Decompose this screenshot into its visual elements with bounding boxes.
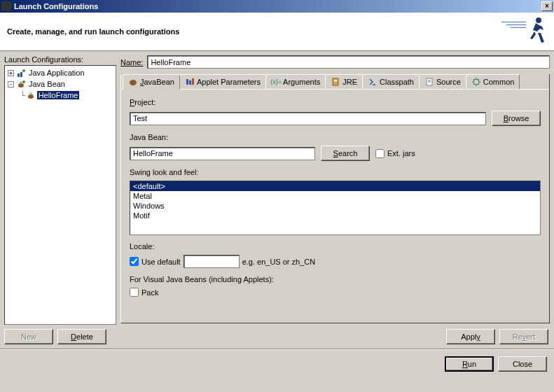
java-bean-icon [26,90,36,100]
svg-point-0 [536,18,541,23]
tab-classpath[interactable]: Classpath [362,74,420,89]
java-app-icon [16,68,26,78]
svg-rect-8 [186,79,188,85]
tree-item-java-app[interactable]: + Java Application [6,67,114,78]
tabs: JavaBean Applet Parameters (x)= Argument… [121,74,549,89]
svg-point-7 [130,80,137,85]
locale-hint: e.g. en_US or zh_CN [242,258,316,266]
svg-rect-1 [18,74,20,77]
banner: Create, manage, and run launch configura… [0,13,554,51]
pack-label: Pack [141,288,158,297]
locale-input[interactable] [183,255,240,268]
svg-point-5 [22,80,25,83]
tree-item-label: HelloFrame [37,91,80,99]
collapse-icon[interactable]: - [8,81,14,88]
use-default-label: Use default [141,258,181,266]
browse-button[interactable]: Browse [492,111,541,126]
tab-label: Applet Parameters [197,78,261,86]
svg-point-6 [28,94,34,99]
source-icon [424,77,434,87]
svg-rect-11 [333,78,338,85]
titlebar: Launch Configurations × [0,0,554,13]
args-icon: (x)= [271,77,281,87]
tree-label: Launch Configurations: [4,55,116,64]
bean-icon [128,77,138,87]
locale-label: Locale: [130,242,541,251]
expand-icon[interactable]: + [8,70,14,76]
ext-jars-checkbox[interactable] [375,149,385,158]
tab-panel: Project: Browse Java Bean: Search Ext. j… [121,89,549,323]
window-title: Launch Configurations [14,2,541,10]
tab-label: Source [436,78,461,86]
tab-applet[interactable]: Applet Parameters [179,74,266,89]
project-label: Project: [130,98,541,106]
config-tree[interactable]: + Java Application - Java Bean └ HelloFr… [4,65,116,325]
jre-icon [331,77,340,87]
tab-common[interactable]: Common [466,74,520,89]
tree-item-hello-frame[interactable]: └ HelloFrame [6,90,114,101]
list-item[interactable]: Metal [130,191,540,201]
list-item[interactable]: Windows [130,201,540,211]
common-icon [471,77,481,87]
params-icon [185,77,195,87]
tab-source[interactable]: Source [419,74,466,89]
tab-label: Classpath [380,78,414,86]
name-label: Name: [120,58,143,66]
use-default-checkbox[interactable] [130,257,139,266]
run-button[interactable]: Run [445,356,494,372]
tab-label: JavaBean [140,78,174,86]
banner-text: Create, manage, and run launch configura… [7,27,513,36]
java-bean-icon [16,79,26,89]
app-icon [1,1,11,11]
swing-label: Swing look and feel: [130,168,541,176]
tree-item-label: Java Bean [27,80,67,88]
svg-rect-12 [334,80,337,81]
tab-javabean[interactable]: JavaBean [123,74,180,90]
swing-listbox[interactable]: <default> Metal Windows Motif [130,181,541,235]
svg-rect-10 [192,78,194,85]
list-item[interactable]: Motif [130,211,540,220]
runner-icon [513,16,547,48]
tree-item-label: Java Application [27,69,86,77]
search-button[interactable]: Search [321,146,370,161]
javabean-input[interactable] [130,147,315,160]
list-item[interactable]: <default> [130,181,540,191]
project-input[interactable] [130,112,486,125]
close-icon[interactable]: × [541,1,553,11]
pack-checkbox[interactable] [130,288,139,297]
svg-rect-2 [20,72,22,77]
close-button[interactable]: Close [498,356,547,372]
ext-jars-label: Ext. jars [387,149,415,158]
tree-connector: └ [20,91,25,100]
classpath-icon [368,77,378,87]
delete-button[interactable]: Delete [57,329,106,344]
svg-point-4 [18,83,24,88]
revert-button[interactable]: Revert [499,329,548,344]
tree-item-java-bean[interactable]: - Java Bean [6,78,114,90]
javabean-label: Java Bean: [130,133,541,141]
tab-jre[interactable]: JRE [325,74,363,89]
svg-point-3 [22,69,25,72]
svg-rect-9 [189,80,191,85]
new-button[interactable]: New [4,329,53,344]
apply-button[interactable]: Apply [446,329,495,344]
tab-arguments[interactable]: (x)= Arguments [265,74,326,89]
tab-label: JRE [342,78,357,86]
visual-label: For Visual Java Beans (including Applets… [130,275,541,284]
name-input[interactable] [147,55,550,69]
tab-label: Arguments [283,78,320,86]
tab-label: Common [483,78,515,86]
